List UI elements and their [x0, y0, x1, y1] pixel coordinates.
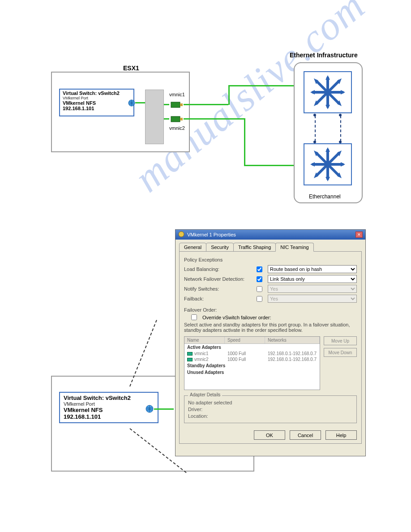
svg-marker-29: [325, 147, 330, 152]
override-failover-order-label: Override vSwitch failover order:: [202, 315, 271, 320]
cable: [184, 104, 228, 105]
ok-button[interactable]: OK: [254, 430, 285, 440]
vswitch-title: Virtual Switch: vSwitch2: [63, 90, 131, 96]
vmkernel-port-icon: [146, 405, 154, 416]
col-name: Name: [184, 337, 225, 343]
adapter-networks: 192.168.0.1-192.168.0.7: [265, 351, 320, 356]
dialog-tabs: General Security Traffic Shaping NIC Tea…: [176, 240, 365, 251]
adapter-list-header: Name Speed Networks: [184, 337, 320, 344]
nic-icon: [169, 115, 184, 124]
notify-switches-select: Yes: [268, 285, 357, 293]
svg-marker-31: [310, 162, 315, 167]
link-end: [339, 141, 342, 143]
nic-icon: [187, 358, 193, 361]
network-failover-select[interactable]: Link Status only: [268, 275, 357, 283]
svg-line-26: [328, 153, 339, 164]
adapter-details-group: Adapter Details No adapter selected Driv…: [184, 395, 357, 423]
adapter-row[interactable]: vmnic1 1000 Full 192.168.0.1-192.168.0.7: [184, 351, 320, 356]
vswitch-title: Virtual Switch: vSwitch2: [64, 395, 154, 401]
failback-override-checkbox[interactable]: [257, 296, 262, 302]
esx1-label: ESX1: [123, 64, 139, 72]
vswitch-box-bottom: Virtual Switch: vSwitch2 VMkernel Port V…: [59, 392, 158, 423]
svg-line-10: [328, 81, 339, 92]
eth-switch-1: [304, 71, 352, 113]
cable: [164, 104, 169, 105]
vswitch-ip: 192.168.1.101: [63, 106, 131, 111]
cable: [135, 102, 145, 103]
svg-line-9: [317, 81, 328, 92]
ethernet-infra-label: Ethernet Infrastructure: [290, 51, 358, 59]
vswitch-box-top: Virtual Switch: vSwitch2 VMkernel Port V…: [59, 89, 134, 116]
move-down-button[interactable]: Move Down: [324, 348, 357, 357]
svg-marker-30: [325, 177, 330, 181]
move-up-button[interactable]: Move Up: [324, 336, 357, 345]
svg-line-12: [328, 92, 339, 103]
svg-marker-14: [325, 105, 330, 109]
vswitch-port-label: VMkernel Port: [63, 96, 131, 100]
notify-switches-label: Notify Switches:: [184, 286, 251, 292]
svg-rect-3: [171, 116, 180, 122]
vmkernel-port-icon: [128, 99, 136, 109]
failover-order-label: Failover Order:: [184, 307, 357, 313]
failback-select: Yes: [268, 295, 357, 303]
adapter-details-legend: Adapter Details: [188, 392, 222, 397]
unused-adapters-section: Unused Adapters: [184, 369, 320, 376]
dialog-close-button[interactable]: ✕: [355, 232, 363, 238]
network-failover-label: Network Failover Detection:: [184, 276, 251, 282]
tab-nic-teaming[interactable]: NIC Teaming: [275, 243, 313, 252]
tab-security[interactable]: Security: [206, 243, 234, 252]
adapter-driver-label: Driver:: [188, 407, 353, 412]
etherchannel-link: [340, 116, 341, 142]
nic-icon: [169, 100, 184, 109]
svg-rect-4: [180, 118, 183, 120]
standby-adapters-section: Standby Adapters: [184, 362, 320, 369]
load-balancing-select[interactable]: Route based on ip hash: [268, 265, 357, 273]
etherchannel-link: [315, 116, 316, 142]
adapter-location-label: Location:: [188, 413, 353, 419]
vswitch-ip: 192.168.1.101: [64, 413, 154, 420]
cable: [244, 118, 245, 166]
svg-line-27: [317, 164, 328, 176]
dialog-titlebar: VMkernel 1 Properties ✕: [176, 230, 365, 240]
override-failover-order-checkbox[interactable]: [191, 314, 197, 320]
active-adapters-section: Active Adapters: [184, 344, 320, 351]
adapter-networks: 192.168.0.1-192.168.0.7: [265, 356, 320, 362]
vmkernel-properties-dialog: VMkernel 1 Properties ✕ General Security…: [175, 229, 366, 456]
svg-marker-32: [341, 162, 345, 167]
link-end: [313, 114, 316, 116]
network-failover-override-checkbox[interactable]: [257, 276, 262, 282]
vswitch-name: VMkernel NFS: [64, 407, 154, 413]
svg-marker-15: [310, 90, 315, 94]
link-end: [339, 114, 342, 116]
vmnic2-label: vmnic2: [169, 125, 185, 131]
svg-point-38: [179, 232, 184, 237]
dialog-app-icon: [178, 231, 184, 238]
failback-label: Failback:: [184, 296, 251, 301]
cable: [164, 118, 169, 120]
cable: [154, 408, 174, 410]
nic-icon: [187, 352, 193, 356]
load-balancing-override-checkbox[interactable]: [257, 266, 262, 272]
link-end: [313, 141, 316, 143]
svg-line-11: [317, 92, 328, 103]
svg-line-25: [317, 153, 328, 164]
tab-traffic-shaping[interactable]: Traffic Shaping: [233, 243, 276, 252]
adapter-list[interactable]: Name Speed Networks Active Adapters vmni…: [184, 336, 320, 390]
vswitch-name: VMkernel NFS: [63, 100, 131, 106]
cable: [184, 118, 244, 120]
col-networks: Networks: [265, 337, 320, 343]
etherchannel-label: Etherchannel: [309, 193, 341, 200]
cable: [228, 85, 230, 105]
tab-general[interactable]: General: [179, 243, 206, 252]
svg-line-28: [328, 164, 339, 176]
adapter-speed: 1000 Full: [225, 356, 265, 362]
svg-rect-1: [171, 102, 180, 107]
svg-marker-16: [341, 90, 345, 94]
svg-marker-13: [325, 75, 330, 80]
notify-switches-override-checkbox[interactable]: [257, 286, 262, 292]
adapter-row[interactable]: vmnic2 1000 Full 192.168.0.1-192.168.0.7: [184, 356, 320, 362]
tab-body: Policy Exceptions Load Balancing: Route …: [179, 251, 362, 444]
vswitch-port-label: VMkernel Port: [64, 401, 154, 407]
help-button[interactable]: Help: [325, 430, 357, 440]
cancel-button[interactable]: Cancel: [290, 430, 321, 440]
